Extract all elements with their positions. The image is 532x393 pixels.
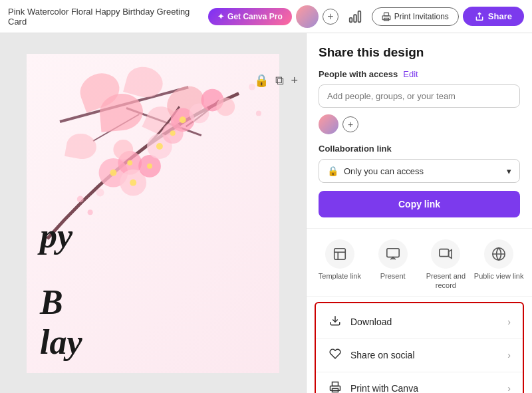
user-avatar-small xyxy=(319,114,338,134)
svg-marker-36 xyxy=(449,250,452,259)
svg-rect-1 xyxy=(354,15,356,22)
svg-rect-3 xyxy=(384,13,388,16)
avatar xyxy=(296,5,319,28)
analytics-icon xyxy=(348,9,362,24)
template-link-option[interactable]: Template link xyxy=(313,239,366,291)
chevron-down-icon: ▾ xyxy=(507,166,511,176)
present-icon xyxy=(378,239,408,269)
share-panel: Share this design People with access Edi… xyxy=(306,33,532,393)
collab-dropdown[interactable]: 🔒 Only you can access ▾ xyxy=(319,159,520,183)
collab-label: Collaboration link xyxy=(319,144,520,154)
svg-rect-33 xyxy=(386,249,398,257)
svg-point-24 xyxy=(127,160,132,165)
svg-point-25 xyxy=(130,179,136,186)
action-list: Download › Share on social › Print with … xyxy=(315,302,524,393)
greeting-card: py B lay xyxy=(27,54,279,373)
present-label: Present xyxy=(380,271,406,281)
topbar-left: Pink Watercolor Floral Happy Birthday Gr… xyxy=(8,7,208,27)
add-canvas-button[interactable]: + xyxy=(291,73,298,88)
public-view-icon xyxy=(484,239,513,269)
svg-point-11 xyxy=(113,140,133,160)
download-icon xyxy=(328,315,342,330)
print-invitations-button[interactable]: Print Invitations xyxy=(372,7,459,26)
people-label-row: People with access Edit xyxy=(319,69,520,79)
card-text-day: lay xyxy=(40,325,82,360)
svg-point-17 xyxy=(216,97,235,116)
add-collaborator-button[interactable]: + xyxy=(323,9,338,25)
svg-point-20 xyxy=(96,188,104,196)
topbar: Pink Watercolor Floral Happy Birthday Gr… xyxy=(0,0,532,33)
canva-pro-button[interactable]: ✦ Get Canva Pro xyxy=(208,8,292,25)
share-social-chevron-icon: › xyxy=(507,350,511,360)
share-button[interactable]: Share xyxy=(463,7,524,26)
print-canva-icon xyxy=(328,381,342,393)
svg-point-26 xyxy=(147,163,152,168)
share-options-row: Template link Present Present and record… xyxy=(307,228,532,297)
present-record-label: Present and record xyxy=(420,271,473,291)
copy-canvas-button[interactable]: ⧉ xyxy=(275,73,284,88)
card-text-bday: B xyxy=(40,285,63,320)
svg-point-18 xyxy=(77,196,84,202)
svg-rect-35 xyxy=(440,249,449,257)
panel-inner: Share this design People with access Edi… xyxy=(307,33,532,228)
copy-link-button[interactable]: Copy link xyxy=(319,191,520,217)
svg-point-27 xyxy=(156,143,163,150)
svg-point-23 xyxy=(110,169,116,176)
svg-point-29 xyxy=(180,116,186,123)
share-icon xyxy=(475,12,484,21)
share-social-icon xyxy=(328,348,342,363)
analytics-button[interactable] xyxy=(342,7,368,27)
add-person-button[interactable]: + xyxy=(342,116,358,132)
collab-value: Only you can access xyxy=(344,166,424,176)
people-section: People with access Edit + xyxy=(319,69,520,134)
lock-icon: 🔒 xyxy=(327,166,338,176)
download-label: Download xyxy=(350,317,392,327)
lock-canvas-button[interactable]: 🔒 xyxy=(254,73,269,88)
panel-title: Share this design xyxy=(319,45,520,60)
svg-rect-5 xyxy=(384,18,388,21)
svg-rect-39 xyxy=(332,382,338,386)
download-action[interactable]: Download › xyxy=(316,306,523,338)
svg-rect-0 xyxy=(350,17,352,21)
svg-rect-30 xyxy=(334,249,346,260)
public-view-option[interactable]: Public view link xyxy=(472,239,525,291)
people-label: People with access xyxy=(319,69,398,79)
svg-point-22 xyxy=(256,110,261,116)
canvas-toolbar: 🔒 ⧉ + xyxy=(254,73,298,88)
edit-access-link[interactable]: Edit xyxy=(403,69,418,79)
share-social-action[interactable]: Share on social › xyxy=(316,338,523,372)
present-option[interactable]: Present xyxy=(366,239,420,291)
print-canva-action[interactable]: Print with Canva › xyxy=(316,372,523,393)
document-title: Pink Watercolor Floral Happy Birthday Gr… xyxy=(8,7,208,27)
canvas-area: 🔒 ⧉ + xyxy=(0,33,306,393)
print-icon xyxy=(382,12,391,21)
public-view-label: Public view link xyxy=(474,271,524,281)
print-canva-label: Print with Canva xyxy=(350,383,418,393)
svg-rect-2 xyxy=(358,11,360,22)
svg-point-28 xyxy=(170,130,176,136)
present-record-option[interactable]: Present and record xyxy=(420,239,473,291)
collab-section: Collaboration link 🔒 Only you can access… xyxy=(319,144,520,217)
canva-pro-icon: ✦ xyxy=(217,12,224,21)
add-people-input[interactable] xyxy=(319,84,520,108)
present-record-icon xyxy=(431,239,460,269)
template-link-label: Template link xyxy=(319,271,361,281)
collab-dropdown-left: 🔒 Only you can access xyxy=(327,166,424,176)
card-text-happy: py xyxy=(40,219,72,253)
svg-point-19 xyxy=(88,209,93,215)
template-link-icon xyxy=(325,239,354,269)
avatar-row: + xyxy=(319,114,520,134)
download-chevron-icon: › xyxy=(507,317,511,327)
avatar-area: ✦ Get Canva Pro + Print Invitations Shar… xyxy=(208,5,524,28)
share-social-label: Share on social xyxy=(350,350,415,360)
print-canva-chevron-icon: › xyxy=(507,383,511,393)
